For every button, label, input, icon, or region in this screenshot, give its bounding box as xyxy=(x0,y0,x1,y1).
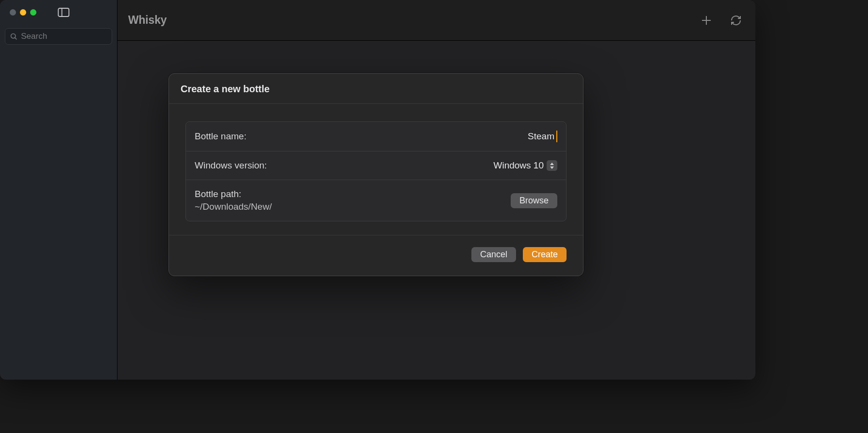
search-box[interactable] xyxy=(5,28,112,45)
maximize-window-button[interactable] xyxy=(30,9,36,16)
windows-version-label: Windows version: xyxy=(195,160,267,171)
app-title: Whisky xyxy=(128,14,167,27)
windows-version-row: Windows version: Windows 10 xyxy=(186,151,566,180)
svg-point-2 xyxy=(11,33,16,38)
browse-button[interactable]: Browse xyxy=(511,193,557,208)
dialog-body: Bottle name: Windows version: Windows 10 xyxy=(169,104,583,235)
close-window-button[interactable] xyxy=(10,9,16,16)
create-bottle-dialog: Create a new bottle Bottle name: Wind xyxy=(168,73,584,276)
refresh-button[interactable] xyxy=(727,12,745,29)
sidebar-icon xyxy=(58,8,69,17)
toolbar: Whisky xyxy=(117,0,755,41)
create-button[interactable]: Create xyxy=(523,247,567,262)
form-panel: Bottle name: Windows version: Windows 10 xyxy=(185,121,567,221)
windows-version-value: Windows 10 xyxy=(494,160,544,171)
chevron-down-icon xyxy=(550,166,554,169)
titlebar xyxy=(0,0,117,24)
windows-version-select[interactable]: Windows 10 xyxy=(494,160,558,171)
add-button[interactable] xyxy=(698,12,715,29)
search-input[interactable] xyxy=(21,32,107,41)
minimize-window-button[interactable] xyxy=(20,9,26,16)
toggle-sidebar-button[interactable] xyxy=(58,8,69,17)
app-window: Whisky Create a new bottle xyxy=(0,0,755,380)
sidebar xyxy=(0,0,117,380)
dialog-header: Create a new bottle xyxy=(169,74,583,104)
chevron-up-icon xyxy=(550,163,554,166)
refresh-icon xyxy=(730,15,742,26)
bottle-path-row: Bottle path: ~/Downloads/New/ Browse xyxy=(186,180,566,221)
select-stepper[interactable] xyxy=(547,160,557,171)
search-container xyxy=(0,24,117,49)
text-caret xyxy=(556,131,557,142)
bottle-name-label: Bottle name: xyxy=(195,131,247,142)
traffic-lights xyxy=(10,9,36,16)
plus-icon xyxy=(701,15,712,26)
search-icon xyxy=(10,33,17,40)
svg-line-3 xyxy=(15,38,17,40)
bottle-path-label: Bottle path: xyxy=(195,189,272,200)
svg-rect-0 xyxy=(58,8,69,17)
dialog-title: Create a new bottle xyxy=(181,83,571,95)
bottle-name-row: Bottle name: xyxy=(186,122,566,151)
dialog-footer: Cancel Create xyxy=(169,235,583,276)
bottle-name-input[interactable] xyxy=(409,131,554,142)
cancel-button[interactable]: Cancel xyxy=(471,247,516,262)
main-area: Whisky Create a new bottle xyxy=(117,0,755,380)
bottle-path-value: ~/Downloads/New/ xyxy=(195,201,272,212)
content-area: Create a new bottle Bottle name: Wind xyxy=(117,41,755,380)
